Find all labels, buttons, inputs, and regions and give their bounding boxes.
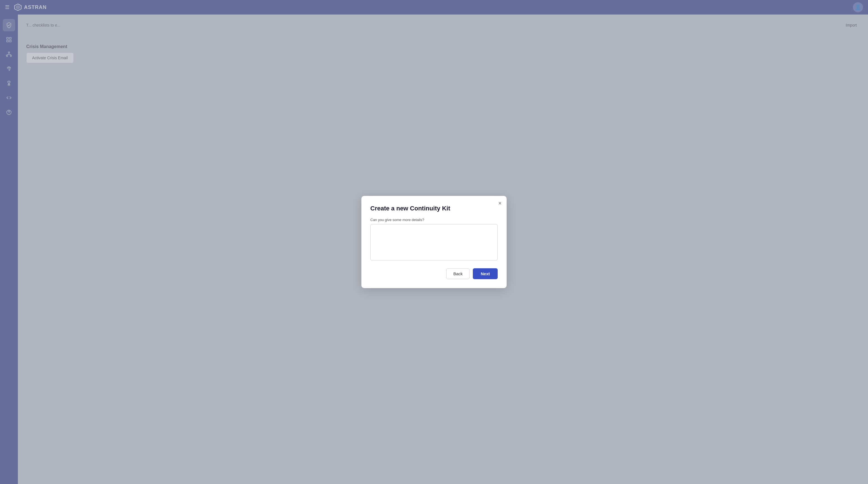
modal-actions: Back Next — [370, 268, 498, 279]
back-button[interactable]: Back — [446, 268, 469, 279]
modal: Create a new Continuity Kit × Can you gi… — [362, 196, 506, 288]
next-button[interactable]: Next — [473, 268, 498, 279]
modal-close-button[interactable]: × — [498, 200, 502, 206]
modal-details-textarea[interactable] — [370, 224, 498, 261]
modal-overlay: Create a new Continuity Kit × Can you gi… — [0, 0, 868, 484]
modal-details-label: Can you give some more details? — [370, 218, 498, 222]
modal-title: Create a new Continuity Kit — [370, 205, 498, 212]
